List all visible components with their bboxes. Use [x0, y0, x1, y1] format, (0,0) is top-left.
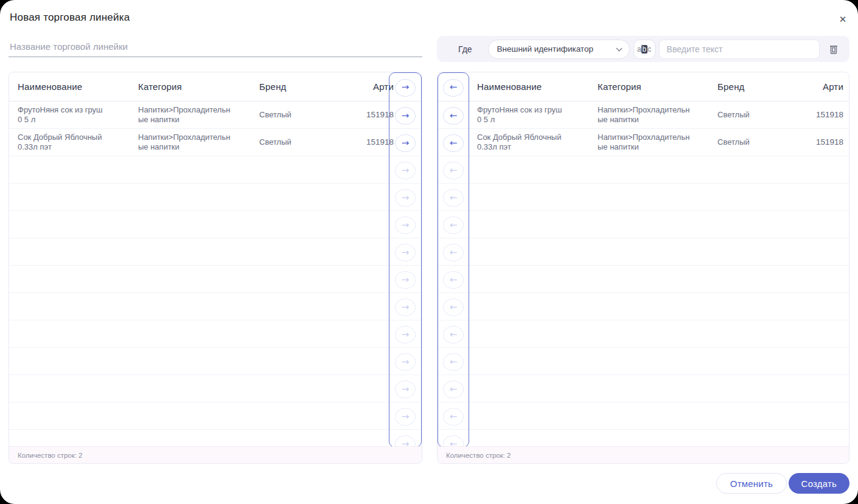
move-right-icon[interactable]: →: [395, 107, 416, 125]
move-left-icon[interactable]: ←: [443, 216, 464, 234]
table-row: [438, 348, 849, 375]
table-row: [9, 430, 422, 446]
close-icon[interactable]: ✕: [835, 12, 850, 27]
move-right-icon[interactable]: →: [395, 216, 416, 234]
move-left-icon[interactable]: ←: [443, 353, 464, 371]
move-left-icon[interactable]: ←: [443, 244, 464, 261]
move-right-icon[interactable]: →: [395, 271, 416, 289]
move-right-icon[interactable]: →: [395, 162, 416, 179]
table-body: ФрутоНяня сок из груш 0 5 лНапитки>Прохл…: [9, 102, 422, 446]
column-header: Бренд: [717, 81, 807, 92]
move-left-icon[interactable]: ←: [443, 189, 464, 207]
column-header: Арти: [823, 81, 843, 92]
match-case-letter: a: [637, 45, 641, 54]
arrow-slot: ←: [438, 348, 469, 376]
move-right-icon[interactable]: →: [395, 381, 416, 398]
table-body: ФрутоНяня сок из груш 0 5 лНапитки>Прохл…: [438, 102, 849, 446]
arrow-slot: →: [389, 266, 421, 294]
cell-brand: Светлый: [259, 110, 349, 120]
filter-bar: Где Внешний идентификатор a b c: [437, 36, 849, 62]
cancel-button[interactable]: Отменить: [716, 473, 787, 494]
table-row: [9, 266, 422, 293]
column-header: Бренд: [259, 81, 349, 92]
arrow-slot: ←: [438, 212, 469, 239]
move-left-icon[interactable]: ←: [443, 381, 464, 398]
cell-category: Напитки>Прохладительные напитки: [598, 133, 717, 152]
arrow-slot: →: [389, 212, 421, 239]
arrow-slot: →: [389, 348, 421, 376]
move-left-icon[interactable]: ←: [443, 162, 464, 179]
arrow-slot: ←: [438, 102, 469, 129]
table-row: [9, 320, 422, 348]
table-row: [438, 402, 849, 430]
arrow-slot: →: [389, 157, 421, 184]
cell-brand: Светлый: [259, 137, 349, 147]
filter-field-select[interactable]: Внешний идентификатор: [488, 40, 630, 59]
table-row: [9, 211, 422, 238]
move-right-icon[interactable]: →: [395, 189, 416, 207]
arrow-slot: →: [389, 403, 421, 430]
move-left-icon[interactable]: ←: [443, 326, 464, 343]
move-left-column: ←←←←←←←←←←←←←←: [438, 72, 469, 447]
trash-icon[interactable]: [827, 42, 840, 57]
move-right-icon[interactable]: →: [395, 134, 416, 152]
table-row: [9, 184, 422, 211]
row-count-value: 2: [507, 452, 511, 459]
move-right-icon[interactable]: →: [395, 326, 416, 343]
arrow-slot: ←: [438, 266, 469, 294]
arrow-slot: ←: [438, 129, 469, 157]
table-row: [9, 348, 422, 375]
create-button[interactable]: Создать: [789, 473, 849, 494]
column-header: Наименование: [477, 81, 598, 92]
table-footer: Количество строк: 2: [9, 446, 422, 463]
move-left-icon[interactable]: ←: [443, 79, 464, 97]
move-right-icon[interactable]: →: [395, 408, 416, 426]
table-row: ФрутоНяня сок из груш 0 5 лНапитки>Прохл…: [438, 102, 849, 129]
table-row: [9, 156, 422, 184]
move-right-icon[interactable]: →: [395, 244, 416, 261]
arrow-slot: ←: [438, 239, 469, 266]
move-left-icon[interactable]: ←: [443, 271, 464, 289]
move-left-icon[interactable]: ←: [443, 435, 464, 447]
table-row: [9, 375, 422, 402]
arrow-slot: →: [389, 321, 421, 348]
move-right-icon[interactable]: →: [395, 435, 416, 447]
match-case-icon[interactable]: a b c: [633, 40, 655, 59]
row-count-value: 2: [78, 452, 82, 459]
move-right-icon[interactable]: →: [395, 79, 416, 97]
page-title: Новая торговая линейка: [10, 12, 130, 24]
new-trade-line-modal: Новая торговая линейка ✕ Где Внешний иде…: [0, 0, 858, 504]
chevron-down-icon: [616, 45, 622, 51]
arrow-slot: →: [389, 184, 421, 212]
table-row: [9, 238, 422, 266]
cell-brand: Светлый: [717, 137, 807, 147]
move-left-icon[interactable]: ←: [443, 107, 464, 125]
source-products-table: НаименованиеКатегорияБрендАрти ФрутоНяня…: [9, 72, 422, 464]
move-left-icon[interactable]: ←: [443, 299, 464, 316]
move-right-icon[interactable]: →: [395, 353, 416, 371]
move-right-column: →→→→→→→→→→→→→→: [389, 72, 422, 447]
table-header-row: НаименованиеКатегорияБрендАрти: [9, 72, 422, 102]
trade-line-name-input[interactable]: [9, 36, 422, 57]
table-row: [438, 266, 849, 293]
filter-text-input[interactable]: [659, 40, 820, 59]
table-row: Сок Добрый Яблочный 0.33л пэтНапитки>Про…: [9, 129, 422, 156]
cell-category: Напитки>Прохладительные напитки: [138, 133, 259, 152]
move-left-icon[interactable]: ←: [443, 134, 464, 152]
move-left-icon[interactable]: ←: [443, 408, 464, 426]
cell-category: Напитки>Прохладительные напитки: [138, 105, 259, 125]
table-header-row: НаименованиеКатегорияБрендАрти: [438, 72, 849, 102]
selected-products-table: НаименованиеКатегорияБрендАрти ФрутоНяня…: [437, 72, 849, 464]
table-row: [438, 375, 849, 402]
column-header: Категория: [598, 81, 717, 92]
cell-article: 151918: [816, 110, 843, 120]
arrow-slot: ←: [438, 73, 469, 102]
arrow-slot: ←: [438, 321, 469, 348]
cell-article: 151918: [816, 137, 843, 147]
arrow-slot: →: [389, 239, 421, 266]
move-right-icon[interactable]: →: [395, 299, 416, 316]
arrow-slot: →: [389, 73, 421, 102]
filter-field-value: Внешний идентификатор: [497, 44, 593, 54]
table-row: [438, 156, 849, 184]
table-row: ФрутоНяня сок из груш 0 5 лНапитки>Прохл…: [9, 102, 422, 129]
